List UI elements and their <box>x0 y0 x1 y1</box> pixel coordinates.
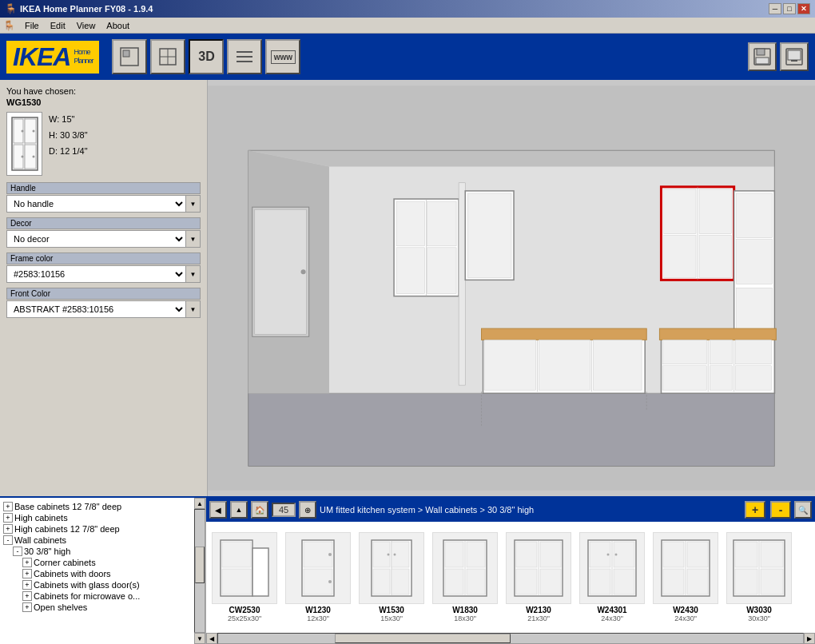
handle-select[interactable]: No handle <box>6 195 186 213</box>
tree-expand-icon[interactable]: + <box>22 569 32 578</box>
tree-label: 30 3/8" high <box>24 547 70 556</box>
save-button[interactable] <box>748 42 777 71</box>
frame-color-label: Frame color <box>6 252 201 264</box>
menu-edit[interactable]: Edit <box>46 20 70 31</box>
catalog-item-cw2530[interactable]: CW2530 25x25x30" <box>209 530 280 625</box>
3d-view-button[interactable]: 3D <box>189 39 224 74</box>
ikea-logo: IKEA HomePlanner <box>6 41 99 74</box>
tree-expand-icon[interactable]: + <box>3 513 13 523</box>
svg-rect-82 <box>304 569 332 594</box>
catalog-item-w3030[interactable]: W3030 30x30" <box>724 530 794 625</box>
catalog-item-name-w1530: W1530 <box>379 606 404 614</box>
menu-about[interactable]: About <box>101 20 134 31</box>
tree-expand-icon[interactable]: + <box>22 580 32 590</box>
handle-select-wrapper: No handle ▼ <box>6 195 201 213</box>
handle-dropdown-arrow[interactable]: ▼ <box>186 195 201 213</box>
svg-rect-48 <box>664 189 697 234</box>
decor-label: Decor <box>6 217 201 229</box>
tree-item-high-cabinets[interactable]: + High cabinets <box>3 512 194 523</box>
zoom-fit-button[interactable]: 🔍 <box>794 501 812 519</box>
zoom-out-button[interactable]: - <box>770 501 791 519</box>
menu-file[interactable]: File <box>20 20 44 31</box>
catalog-item-img-w1830 <box>432 532 498 604</box>
catalog-item-size-cw2530: 25x25x30" <box>228 614 261 622</box>
tree-item-high-cabinets-deep[interactable]: + High cabinets 12 7/8" deep <box>3 523 194 535</box>
svg-rect-124 <box>761 569 783 594</box>
export-button[interactable] <box>780 42 809 71</box>
scroll-thumb[interactable] <box>335 634 511 643</box>
export-icon <box>785 47 804 66</box>
catalog-item-name-w3030: W3030 <box>746 606 772 614</box>
svg-rect-63 <box>593 340 642 390</box>
front-color-select[interactable]: ABSTRAKT #2583:10156 <box>6 300 186 318</box>
menu-bar: 🪑 File Edit View About <box>0 18 815 34</box>
front-color-dropdown-arrow[interactable]: ▼ <box>186 300 201 318</box>
depth-dim: D: 12 1/4" <box>49 144 88 160</box>
decor-dropdown-arrow[interactable]: ▼ <box>186 230 201 248</box>
tree-item-30-high[interactable]: - 30 3/8" high <box>3 546 194 557</box>
tree-scroll-down[interactable]: ▼ <box>194 633 205 644</box>
catalog-item-w1230[interactable]: W1230 12x30" <box>283 530 353 625</box>
svg-rect-110 <box>614 569 634 594</box>
tree-expand-icon[interactable]: + <box>22 591 32 601</box>
tree-item-cabinets-glass[interactable]: + Cabinets with glass door(s) <box>3 579 194 590</box>
zoom-in-button[interactable]: + <box>745 501 765 519</box>
svg-rect-89 <box>373 569 390 594</box>
nav-back-button[interactable]: ◀ <box>209 501 227 519</box>
svg-rect-43 <box>459 183 465 385</box>
2d-view-button[interactable] <box>112 39 147 74</box>
tree-scroll-up[interactable]: ▲ <box>194 498 205 509</box>
svg-rect-90 <box>392 569 409 594</box>
svg-rect-97 <box>445 569 463 594</box>
svg-rect-71 <box>710 366 732 390</box>
tree-expand-icon[interactable]: + <box>22 558 32 567</box>
catalog-item-w2430[interactable]: W2430 24x30" <box>650 530 721 625</box>
catalog-item-img-w2130 <box>506 532 571 604</box>
web-button[interactable]: www <box>265 39 300 74</box>
tree-item-base-cabinets[interactable]: + Base cabinets 12 7/8" deep <box>3 501 194 512</box>
3d-view[interactable] <box>208 80 815 496</box>
catalog-item-w24301[interactable]: W24301 24x30" <box>577 530 647 625</box>
frame-color-dropdown-arrow[interactable]: ▼ <box>186 265 201 283</box>
title-bar: 🪑 IKEA Home Planner FY08 - 1.9.4 ─ □ ✕ <box>0 0 815 18</box>
tree-item-microwave[interactable]: + Cabinets for microwave o... <box>3 590 194 602</box>
svg-rect-9 <box>757 49 765 55</box>
maximize-button[interactable]: □ <box>783 3 796 14</box>
nav-zoom-button[interactable]: ⊕ <box>299 501 316 519</box>
svg-rect-77 <box>252 548 268 596</box>
svg-point-36 <box>301 269 306 274</box>
floor-view-button[interactable] <box>150 39 185 74</box>
frame-color-select[interactable]: #2583:10156 <box>6 265 186 283</box>
svg-rect-35 <box>255 209 307 334</box>
tree-scroll-thumb[interactable] <box>195 547 205 583</box>
svg-rect-118 <box>687 569 708 594</box>
menu-view[interactable]: View <box>72 20 101 31</box>
tree-expand-icon[interactable]: + <box>3 502 13 511</box>
tree-expand-icon[interactable]: + <box>3 524 13 534</box>
tree-expand-icon[interactable]: - <box>3 535 13 545</box>
catalog-item-w1530[interactable]: W1530 15x30" <box>356 530 427 625</box>
catalog-item-w1830[interactable]: W1830 18x30" <box>430 530 500 625</box>
tree-expand-icon[interactable]: - <box>13 547 22 556</box>
tree-item-cabinets-doors[interactable]: + Cabinets with doors <box>3 568 194 579</box>
tree-item-corner-cabinets[interactable]: + Corner cabinets <box>3 557 194 568</box>
nav-up-button[interactable]: ▲ <box>230 501 248 519</box>
nav-home-button[interactable]: 🏠 <box>251 501 268 519</box>
w1530-svg <box>364 536 419 600</box>
tree-expand-icon[interactable]: + <box>22 602 32 612</box>
minimize-button[interactable]: ─ <box>769 3 781 14</box>
title-bar-text: IKEA Home Planner FY08 - 1.9.4 <box>20 4 153 14</box>
list-view-button[interactable] <box>227 39 262 74</box>
app-icon: 🪑 <box>5 3 17 14</box>
scroll-left-button[interactable]: ◀ <box>206 633 217 644</box>
close-button[interactable]: ✕ <box>797 3 810 14</box>
svg-rect-40 <box>427 201 456 246</box>
tree-item-wall-cabinets[interactable]: - Wall cabinets <box>3 535 194 546</box>
catalog-items: CW2530 25x25x30" W1230 12x30" <box>206 522 815 633</box>
catalog-item-w2130[interactable]: W2130 21x30" <box>503 530 574 625</box>
save-icon <box>753 47 772 66</box>
decor-select[interactable]: No decor <box>6 230 186 248</box>
tree-item-open-shelves[interactable]: + Open shelves <box>3 602 194 613</box>
svg-rect-49 <box>699 189 732 234</box>
scroll-right-button[interactable]: ▶ <box>804 633 815 644</box>
